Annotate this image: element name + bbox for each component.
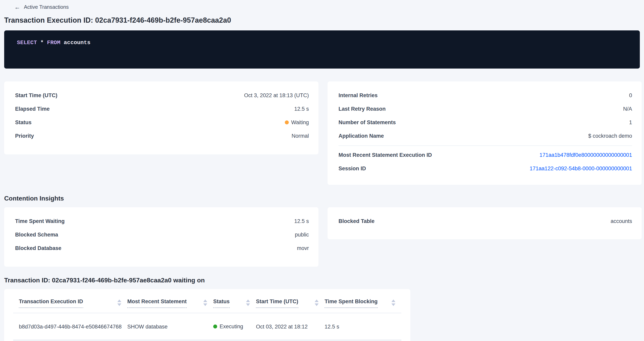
sql-text: *: [37, 39, 47, 46]
number-of-statements-label: Number of Statements: [338, 119, 396, 126]
sql-keyword: FROM: [47, 39, 60, 46]
time-spent-waiting-label: Time Spent Waiting: [15, 218, 65, 224]
waiting-on-table: Transaction Execution ID Most Recent Sta…: [13, 289, 401, 341]
kv-row-start-time: Start Time (UTC) Oct 3, 2022 at 18:13 (U…: [15, 89, 309, 102]
kv-row-number-of-statements: Number of Statements 1: [338, 116, 632, 129]
column-label: Most Recent Statement: [127, 298, 187, 308]
status-label: Status: [15, 119, 32, 126]
column-header-time-spent-blocking: Time Spent Blocking: [324, 289, 401, 313]
table-header-row: Transaction Execution ID Most Recent Sta…: [13, 289, 401, 313]
kv-row-internal-retries: Internal Retries 0: [338, 89, 632, 102]
column-header-status: Status: [213, 289, 256, 313]
sql-keyword: SELECT: [17, 39, 37, 46]
waiting-status-dot-icon: [285, 120, 289, 124]
blocked-schema-label: Blocked Schema: [15, 232, 58, 238]
sort-header-start-time[interactable]: Start Time (UTC): [256, 298, 318, 308]
kv-row-blocked-table: Blocked Table accounts: [338, 214, 632, 228]
application-name-value: $ cockroach demo: [588, 133, 632, 139]
session-id-link[interactable]: 171aa122-c092-54b8-0000-000000000001: [530, 166, 632, 172]
start-time-label: Start Time (UTC): [15, 92, 58, 99]
cell-status: Executing: [213, 313, 256, 340]
kv-row-most-recent-statement-execution-id: Most Recent Statement Execution ID 171aa…: [338, 148, 632, 162]
most-recent-statement-execution-id-label: Most Recent Statement Execution ID: [338, 152, 432, 158]
waiting-on-heading: Transaction ID: 02ca7931-f246-469b-b2fe-…: [4, 277, 640, 284]
kv-row-blocked-database: Blocked Database movr: [15, 241, 309, 255]
contention-cards-row: Time Spent Waiting 12.5 s Blocked Schema…: [4, 207, 640, 267]
cell-transaction-execution-id: b8d7d03a-d497-446b-8474-e50846674768: [13, 313, 127, 340]
waiting-on-table-card: Transaction Execution ID Most Recent Sta…: [4, 289, 410, 341]
status-value: Executing: [220, 324, 243, 330]
sql-text: accounts: [60, 39, 90, 46]
start-time-value: Oct 3, 2022 at 18:13 (UTC): [244, 92, 309, 99]
priority-label: Priority: [15, 133, 34, 139]
column-label: Status: [213, 298, 230, 308]
elapsed-time-value: 12.5 s: [294, 106, 309, 112]
kv-row-elapsed-time: Elapsed Time 12.5 s: [15, 102, 309, 116]
sort-header-status[interactable]: Status: [213, 298, 250, 308]
sort-header-most-recent-statement[interactable]: Most Recent Statement: [127, 298, 207, 308]
most-recent-statement-execution-id-link[interactable]: 171aa1b478fdf0e80000000000000001: [540, 152, 632, 158]
contention-insights-heading: Contention Insights: [4, 195, 640, 202]
back-to-active-transactions-link[interactable]: ← Active Transactions: [14, 4, 68, 10]
sql-statement-box: SELECT * FROM accounts: [4, 30, 640, 68]
priority-value: Normal: [292, 133, 309, 139]
sort-arrows-icon[interactable]: [315, 300, 318, 306]
table-row: b8d7d03a-d497-446b-8474-e50846674768 SHO…: [13, 313, 401, 340]
column-label: Start Time (UTC): [256, 298, 298, 308]
sort-arrows-icon[interactable]: [203, 300, 207, 306]
status-badge: Executing: [213, 324, 243, 330]
last-retry-reason-label: Last Retry Reason: [338, 106, 386, 112]
cell-time-spent-blocking: 12.5 s: [324, 313, 401, 340]
last-retry-reason-value: N/A: [623, 106, 632, 112]
page-title: Transaction Execution ID: 02ca7931-f246-…: [4, 16, 640, 24]
sort-arrows-icon[interactable]: [392, 300, 396, 306]
blocked-database-value: movr: [297, 245, 309, 251]
internal-retries-label: Internal Retries: [338, 92, 378, 99]
transaction-details-page: ← Active Transactions Transaction Execut…: [0, 0, 644, 341]
kv-row-status: Status Waiting: [15, 116, 309, 129]
column-header-start-time: Start Time (UTC): [256, 289, 324, 313]
transaction-details-card: Internal Retries 0 Last Retry Reason N/A…: [328, 81, 642, 185]
column-header-most-recent-statement: Most Recent Statement: [127, 289, 213, 313]
sort-arrows-icon[interactable]: [117, 300, 121, 306]
executing-status-dot-icon: [213, 325, 217, 329]
blocked-database-label: Blocked Database: [15, 245, 62, 251]
back-link-label: Active Transactions: [24, 4, 68, 10]
application-name-label: Application Name: [338, 133, 384, 139]
session-id-label: Session ID: [338, 166, 366, 172]
number-of-statements-value: 1: [629, 119, 632, 126]
sort-header-time-spent-blocking[interactable]: Time Spent Blocking: [324, 298, 396, 308]
time-spent-waiting-value: 12.5 s: [294, 218, 309, 224]
overview-cards-row: Start Time (UTC) Oct 3, 2022 at 18:13 (U…: [4, 81, 640, 185]
column-label: Transaction Execution ID: [19, 298, 83, 308]
contention-left-card: Time Spent Waiting 12.5 s Blocked Schema…: [4, 207, 318, 267]
column-label: Time Spent Blocking: [324, 298, 378, 308]
kv-row-blocked-schema: Blocked Schema public: [15, 228, 309, 241]
elapsed-time-label: Elapsed Time: [15, 106, 50, 112]
cell-most-recent-statement: SHOW database: [127, 313, 213, 340]
sort-header-transaction-execution-id[interactable]: Transaction Execution ID: [19, 298, 121, 308]
column-header-transaction-execution-id: Transaction Execution ID: [13, 289, 127, 313]
kv-row-priority: Priority Normal: [15, 129, 309, 143]
kv-row-application-name: Application Name $ cockroach demo: [338, 129, 632, 143]
card-divider: [338, 145, 632, 146]
status-badge: Waiting: [285, 119, 309, 126]
blocked-schema-value: public: [295, 232, 309, 238]
kv-row-session-id: Session ID 171aa122-c092-54b8-0000-00000…: [338, 162, 632, 175]
blocked-table-value: accounts: [610, 218, 632, 224]
kv-row-last-retry-reason: Last Retry Reason N/A: [338, 102, 632, 116]
cell-start-time: Oct 03, 2022 at 18:12: [256, 313, 324, 340]
kv-row-time-spent-waiting: Time Spent Waiting 12.5 s: [15, 214, 309, 228]
contention-right-card: Blocked Table accounts: [328, 207, 642, 239]
internal-retries-value: 0: [629, 92, 632, 99]
blocked-table-label: Blocked Table: [338, 218, 374, 224]
sort-arrows-icon[interactable]: [246, 300, 250, 306]
transaction-summary-card: Start Time (UTC) Oct 3, 2022 at 18:13 (U…: [4, 81, 318, 154]
status-value: Waiting: [291, 119, 309, 126]
arrow-left-icon: ←: [14, 4, 20, 10]
